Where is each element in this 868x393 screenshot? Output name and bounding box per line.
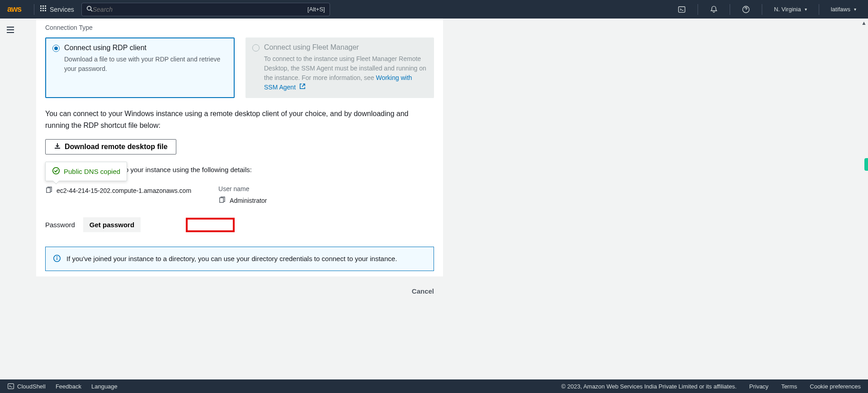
- region-label: N. Virginia: [774, 6, 801, 13]
- svg-point-16: [53, 168, 59, 174]
- aws-logo[interactable]: aws: [7, 5, 21, 14]
- svg-rect-18: [220, 198, 223, 202]
- connection-type-options: Connect using RDP client Download a file…: [45, 37, 434, 98]
- option-fleet-title: Connect using Fleet Manager: [264, 43, 359, 51]
- divider: [819, 4, 819, 15]
- check-circle-icon: [52, 167, 60, 176]
- svg-rect-3: [40, 8, 42, 9]
- svg-rect-17: [47, 188, 50, 192]
- option-fleet-desc: To connect to the instance using Fleet M…: [252, 54, 427, 92]
- tooltip-text: Public DNS copied: [64, 168, 120, 175]
- svg-rect-0: [40, 5, 42, 7]
- svg-point-21: [57, 257, 57, 257]
- public-dns-value: ec2-44-214-15-202.compute-1.amazonaws.co…: [57, 187, 191, 194]
- connection-type-label: Connection Type: [45, 19, 434, 31]
- search-hotkey: [Alt+S]: [307, 6, 325, 13]
- cancel-button[interactable]: Cancel: [412, 287, 434, 295]
- option-rdp-desc: Download a file to use with your RDP cli…: [52, 55, 227, 74]
- svg-rect-6: [40, 10, 42, 11]
- connect-card: Connection Type Connect using RDP client…: [36, 19, 443, 276]
- get-password-button[interactable]: Get password: [83, 217, 141, 232]
- search-input[interactable]: [93, 6, 307, 13]
- global-search[interactable]: [Alt+S]: [81, 3, 330, 16]
- svg-rect-1: [42, 5, 44, 7]
- notifications-icon[interactable]: [705, 3, 722, 16]
- divider: [762, 4, 762, 15]
- external-link-icon: [297, 84, 306, 91]
- radio-icon: [252, 44, 259, 51]
- info-callout: If you've joined your instance to a dire…: [45, 247, 434, 271]
- actions: Cancel: [36, 276, 443, 309]
- services-menu[interactable]: Services: [40, 5, 74, 14]
- region-selector[interactable]: N. Virginia: [769, 3, 811, 15]
- svg-rect-2: [45, 5, 46, 7]
- divider: [34, 4, 34, 15]
- password-label: Password: [45, 221, 75, 229]
- svg-line-10: [90, 10, 92, 12]
- username-label: User name: [218, 185, 267, 192]
- svg-rect-5: [45, 8, 46, 9]
- account-menu[interactable]: latifaws: [826, 3, 861, 15]
- search-icon: [86, 5, 93, 13]
- svg-point-9: [87, 6, 91, 10]
- option-fleet-manager: Connect using Fleet Manager To connect t…: [245, 37, 434, 98]
- grid-icon: [40, 5, 47, 14]
- top-nav: aws Services [Alt+S] N. Virginia: [0, 0, 868, 19]
- download-rdp-button[interactable]: Download remote desktop file: [45, 139, 176, 154]
- cloudshell-icon[interactable]: [673, 3, 690, 16]
- copy-username-icon[interactable]: [218, 196, 225, 205]
- copied-tooltip: Public DNS copied: [45, 162, 127, 181]
- divider: [730, 4, 730, 15]
- copy-dns-icon[interactable]: [45, 187, 52, 195]
- highlight-annotation: [186, 218, 235, 232]
- instructions-text: You can connect to your Windows instance…: [45, 108, 434, 131]
- download-icon: [54, 142, 61, 151]
- info-text: If you've joined your instance to a dire…: [66, 253, 397, 264]
- scroll-up-icon[interactable]: ▲: [861, 20, 867, 26]
- user-label: latifaws: [831, 6, 850, 13]
- help-icon[interactable]: [737, 3, 755, 16]
- divider: [698, 4, 698, 15]
- svg-rect-4: [42, 8, 44, 9]
- username-value: Administrator: [230, 197, 267, 204]
- services-label: Services: [50, 6, 74, 13]
- info-icon: [53, 254, 61, 264]
- radio-icon: [52, 45, 60, 52]
- side-menu-toggle-icon[interactable]: [4, 23, 17, 37]
- svg-rect-8: [45, 10, 46, 11]
- svg-rect-7: [42, 10, 44, 11]
- option-rdp-title: Connect using RDP client: [64, 44, 146, 52]
- option-rdp-client[interactable]: Connect using RDP client Download a file…: [45, 37, 235, 98]
- right-drawer-handle[interactable]: [864, 158, 868, 171]
- download-label: Download remote desktop file: [65, 143, 168, 151]
